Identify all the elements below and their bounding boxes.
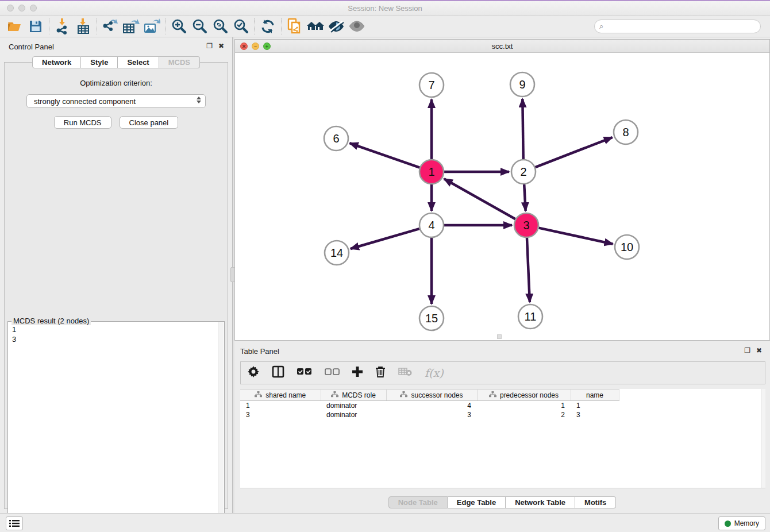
column-header-shared-name[interactable]: shared name xyxy=(240,390,321,401)
node-10[interactable]: 10 xyxy=(615,235,639,259)
node-label: 11 xyxy=(525,310,537,323)
cell-name[interactable]: 1 xyxy=(571,401,619,410)
node-9[interactable]: 9 xyxy=(510,72,534,97)
node-7[interactable]: 7 xyxy=(419,73,444,97)
cell-predecessor-nodes[interactable]: 2 xyxy=(477,410,571,419)
tab-motifs[interactable]: Motifs xyxy=(575,496,616,508)
cell-predecessor-nodes[interactable]: 1 xyxy=(477,401,571,410)
deselect-all-icon[interactable] xyxy=(325,368,340,378)
status-bar: Memory xyxy=(0,513,770,532)
node-label: 1 xyxy=(428,165,434,178)
tab-style[interactable]: Style xyxy=(81,56,118,68)
add-column-icon[interactable] xyxy=(352,367,363,379)
node-2[interactable]: 2 xyxy=(511,160,536,184)
delete-column-icon[interactable] xyxy=(375,366,386,380)
save-session-icon[interactable] xyxy=(25,18,46,35)
close-icon[interactable]: ✖ xyxy=(218,43,224,49)
refresh-icon[interactable] xyxy=(257,18,278,35)
table-row[interactable]: 3dominator323 xyxy=(240,410,619,419)
network-clone-icon[interactable] xyxy=(284,18,305,35)
hide-selected-icon[interactable] xyxy=(326,18,346,35)
task-history-button[interactable] xyxy=(6,516,23,530)
node-3[interactable]: 3 xyxy=(514,213,538,237)
run-mcds-button[interactable]: Run MCDS xyxy=(54,116,111,129)
cell-MCDS-role[interactable]: dominator xyxy=(321,401,386,410)
column-header-name[interactable]: name xyxy=(571,390,619,401)
table-toolbar: f(x) xyxy=(240,361,765,384)
node-label: 6 xyxy=(333,132,339,145)
search-icon: ⌕ xyxy=(599,22,603,31)
memory-label: Memory xyxy=(734,519,759,527)
edge-1-6[interactable] xyxy=(350,143,420,167)
zoom-fit-icon[interactable] xyxy=(210,18,230,35)
table-panel-tabs: Node TableEdge TableNetwork TableMotifs xyxy=(234,496,770,508)
edge-2-9[interactable] xyxy=(522,99,523,159)
zoom-selected-icon[interactable] xyxy=(230,18,251,35)
tab-select[interactable]: Select xyxy=(118,56,159,68)
edge-4-14[interactable] xyxy=(351,229,419,249)
node-1[interactable]: 1 xyxy=(419,160,444,184)
import-table-icon[interactable] xyxy=(73,18,94,35)
node-14[interactable]: 14 xyxy=(325,241,349,265)
node-table[interactable]: shared nameMCDS rolesuccessor nodesprede… xyxy=(240,389,765,488)
result-scrollbar[interactable] xyxy=(218,322,224,532)
tab-node-table[interactable]: Node Table xyxy=(388,496,448,508)
tab-edge-table[interactable]: Edge Table xyxy=(448,496,506,508)
export-table-icon[interactable] xyxy=(121,18,141,35)
show-all-icon[interactable] xyxy=(346,18,367,35)
node-8[interactable]: 8 xyxy=(614,120,638,144)
function-builder-icon: f(x) xyxy=(425,367,444,379)
node-6[interactable]: 6 xyxy=(324,126,348,151)
cell-successor-nodes[interactable]: 4 xyxy=(386,401,477,410)
table-scrollbar[interactable] xyxy=(761,389,765,488)
node-label: 14 xyxy=(330,246,343,259)
node-label: 15 xyxy=(425,312,438,325)
zoom-in-icon[interactable] xyxy=(168,18,189,35)
column-header-successor-nodes[interactable]: successor nodes xyxy=(386,390,477,401)
toolbar-separator xyxy=(281,18,282,34)
close-icon[interactable]: ✖ xyxy=(756,347,762,354)
node-11[interactable]: 11 xyxy=(518,304,542,329)
cell-successor-nodes[interactable]: 3 xyxy=(386,410,477,419)
cell-name[interactable]: 3 xyxy=(571,410,619,419)
zoom-out-icon[interactable] xyxy=(189,18,210,35)
edge-3-11[interactable] xyxy=(527,238,530,302)
column-header-predecessor-nodes[interactable]: predecessor nodes xyxy=(477,390,571,401)
close-panel-button[interactable]: Close panel xyxy=(120,116,179,129)
mcds-result-list[interactable]: 1 3 xyxy=(9,322,217,532)
main-toolbar: ⌕ xyxy=(0,16,770,37)
gear-icon[interactable] xyxy=(248,366,259,380)
tab-network[interactable]: Network xyxy=(32,56,81,68)
cell-shared-name[interactable]: 1 xyxy=(240,401,321,410)
network-canvas[interactable]: 7968124314101511 xyxy=(235,53,769,340)
float-icon[interactable]: ❐ xyxy=(206,43,213,49)
node-15[interactable]: 15 xyxy=(419,306,444,330)
home-icon[interactable] xyxy=(305,18,326,35)
cell-shared-name[interactable]: 3 xyxy=(240,410,321,419)
select-all-icon[interactable] xyxy=(297,368,312,378)
float-icon[interactable]: ❐ xyxy=(744,347,750,354)
cell-MCDS-role[interactable]: dominator xyxy=(321,410,386,419)
optimization-criterion-select[interactable]: strongly connected component xyxy=(26,94,206,108)
node-4[interactable]: 4 xyxy=(419,213,444,237)
network-window-titlebar[interactable]: ✕ – + scc.txt xyxy=(235,40,769,53)
edge-2-3[interactable] xyxy=(524,184,525,211)
node-label: 7 xyxy=(428,79,434,91)
column-layout-icon[interactable] xyxy=(272,365,284,380)
export-image-icon[interactable] xyxy=(141,18,162,35)
tab-mcds[interactable]: MCDS xyxy=(159,56,200,68)
edge-3-10[interactable] xyxy=(538,228,613,244)
search-input[interactable]: ⌕ xyxy=(594,20,761,33)
memory-button[interactable]: Memory xyxy=(718,516,765,530)
network-view-window: ✕ – + scc.txt 7968124314101511 xyxy=(234,39,770,341)
column-header-MCDS-role[interactable]: MCDS role xyxy=(321,390,386,401)
tab-network-table[interactable]: Network Table xyxy=(506,496,575,508)
network-graph[interactable]: 7968124314101511 xyxy=(235,53,769,340)
edge-3-1[interactable] xyxy=(444,179,515,219)
open-file-icon[interactable] xyxy=(5,18,25,35)
canvas-resize-grip[interactable] xyxy=(497,334,502,339)
edge-2-8[interactable] xyxy=(536,137,613,167)
table-row[interactable]: 1dominator411 xyxy=(240,401,619,410)
import-network-icon[interactable] xyxy=(52,18,73,35)
export-network-icon[interactable] xyxy=(100,18,121,35)
